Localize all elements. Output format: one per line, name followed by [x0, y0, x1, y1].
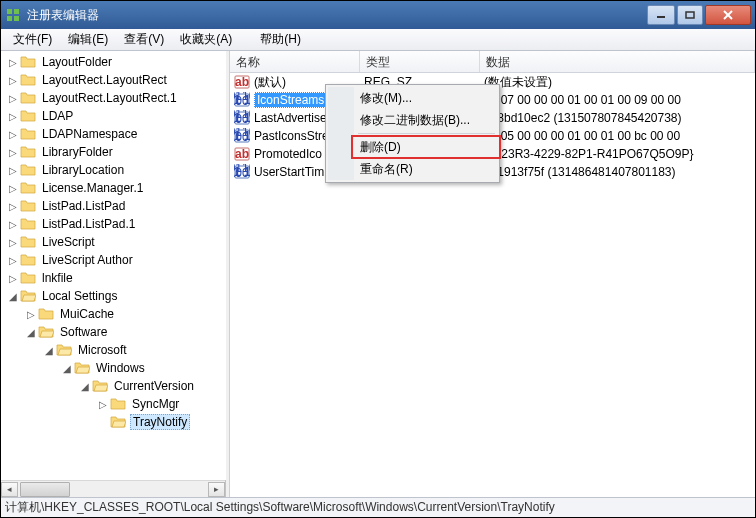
folder-icon: [20, 163, 36, 177]
tree-node[interactable]: ▷ListPad.ListPad.1: [1, 215, 226, 233]
scroll-right-button[interactable]: ▸: [208, 482, 225, 497]
collapse-icon[interactable]: ◢: [41, 343, 56, 358]
svg-text:ab: ab: [235, 75, 249, 89]
context-menu-item[interactable]: 修改二进制数据(B)...: [328, 109, 497, 131]
menu-item[interactable]: 收藏夹(A): [172, 29, 240, 50]
svg-rect-0: [7, 9, 12, 14]
folder-icon: [20, 253, 36, 267]
tree-node[interactable]: ◢Software: [1, 323, 226, 341]
expand-icon[interactable]: ▷: [5, 217, 20, 232]
binary-value-icon: 011 11001101001: [234, 128, 250, 144]
expand-icon[interactable]: ▷: [5, 253, 20, 268]
tree-node[interactable]: ◢CurrentVersion: [1, 377, 226, 395]
tree-pane[interactable]: ▷LayoutFolder▷LayoutRect.LayoutRect▷Layo…: [1, 51, 226, 480]
menu-item[interactable]: 帮助(H): [252, 29, 309, 50]
tree-node[interactable]: ◢Windows: [1, 359, 226, 377]
collapse-icon[interactable]: ◢: [23, 325, 38, 340]
expand-icon[interactable]: ▷: [5, 271, 20, 286]
expand-icon[interactable]: ▷: [95, 397, 110, 412]
tree-node-label: LDAPNamespace: [40, 127, 139, 141]
column-type[interactable]: 类型: [360, 51, 480, 72]
cell-data: 421913f75f (131486481407801183): [480, 165, 755, 179]
menu-item[interactable]: 查看(V): [116, 29, 172, 50]
expand-icon[interactable]: ▷: [5, 199, 20, 214]
expand-icon[interactable]: ▷: [5, 127, 20, 142]
close-button[interactable]: [705, 5, 751, 25]
tree-node[interactable]: ▷LiveScript: [1, 233, 226, 251]
scroll-thumb[interactable]: [20, 482, 70, 497]
collapse-icon[interactable]: ◢: [77, 379, 92, 394]
status-path: 计算机\HKEY_CLASSES_ROOT\Local Settings\Sof…: [5, 499, 555, 516]
tree-node-label: LayoutFolder: [40, 55, 114, 69]
tree-node[interactable]: ▷LiveScript Author: [1, 251, 226, 269]
context-menu-item[interactable]: 删除(D): [328, 136, 497, 158]
expand-icon[interactable]: ▷: [5, 235, 20, 250]
tree-node-label: License.Manager.1: [40, 181, 145, 195]
tree-node[interactable]: ▷MuiCache: [1, 305, 226, 323]
folder-icon: [38, 307, 54, 321]
expand-icon[interactable]: ▷: [5, 163, 20, 178]
folder-icon: [20, 55, 36, 69]
menu-item[interactable]: 编辑(E): [60, 29, 116, 50]
tree-node[interactable]: ▷lnkfile: [1, 269, 226, 287]
tree-node[interactable]: ▷TrayNotify: [1, 413, 226, 431]
tree-node[interactable]: ▷SyncMgr: [1, 395, 226, 413]
tree-node[interactable]: ▷LibraryLocation: [1, 161, 226, 179]
tree-node[interactable]: ▷LayoutRect.LayoutRect.1: [1, 89, 226, 107]
tree-node[interactable]: ◢Microsoft: [1, 341, 226, 359]
folder-icon: [56, 343, 72, 357]
binary-value-icon: 011 11001101001: [234, 164, 250, 180]
expand-icon[interactable]: ▷: [5, 145, 20, 160]
minimize-button[interactable]: [647, 5, 675, 25]
list-pane: 名称 类型 数据 ab(默认)REG_SZ(数值未设置)011 11001101…: [230, 51, 755, 497]
collapse-icon[interactable]: ◢: [5, 289, 20, 304]
folder-icon: [20, 217, 36, 231]
cell-data: a78bd10ec2 (131507807845420738): [480, 111, 755, 125]
folder-icon: [20, 181, 36, 195]
column-name[interactable]: 名称: [230, 51, 360, 72]
tree-node-label: LayoutRect.LayoutRect: [40, 73, 169, 87]
maximize-button[interactable]: [677, 5, 703, 25]
tree-node[interactable]: ▷License.Manager.1: [1, 179, 226, 197]
column-data[interactable]: 数据: [480, 51, 755, 72]
binary-value-icon: 011 11001101001: [234, 110, 250, 126]
tree-node-label: LibraryFolder: [40, 145, 115, 159]
tree-node[interactable]: ▷LDAP: [1, 107, 226, 125]
tree-node[interactable]: ▷LayoutFolder: [1, 53, 226, 71]
context-menu-item[interactable]: 修改(M)...: [328, 87, 497, 109]
tree-node-label: SyncMgr: [130, 397, 181, 411]
expand-icon[interactable]: ▷: [5, 109, 20, 124]
cell-data: (数值未设置): [480, 74, 755, 91]
folder-icon: [20, 145, 36, 159]
tree-node-label: Windows: [94, 361, 147, 375]
tree-node-label: ListPad.ListPad.1: [40, 217, 137, 231]
expand-icon[interactable]: ▷: [5, 181, 20, 196]
expand-icon[interactable]: ▷: [5, 73, 20, 88]
list-header: 名称 类型 数据: [230, 51, 755, 73]
tree-node[interactable]: ▷LibraryFolder: [1, 143, 226, 161]
scroll-left-button[interactable]: ◂: [1, 482, 18, 497]
expand-icon[interactable]: ▷: [23, 307, 38, 322]
value-name: PromotedIco: [254, 147, 322, 161]
tree-node-label: LiveScript: [40, 235, 97, 249]
tree-node[interactable]: ▷ListPad.ListPad: [1, 197, 226, 215]
context-menu-item[interactable]: 重命名(R): [328, 158, 497, 180]
menu-bar: 文件(F)编辑(E)查看(V)收藏夹(A)帮助(H): [1, 29, 755, 51]
folder-icon: [92, 379, 108, 393]
expand-icon[interactable]: ▷: [5, 91, 20, 106]
tree-node-label: TrayNotify: [130, 414, 190, 430]
window-title: 注册表编辑器: [27, 7, 645, 24]
collapse-icon[interactable]: ◢: [59, 361, 74, 376]
folder-icon: [38, 325, 54, 339]
context-menu-separator: [358, 133, 495, 134]
tree-node[interactable]: ▷LayoutRect.LayoutRect: [1, 71, 226, 89]
value-name: IconStreams: [254, 92, 327, 108]
tree-horizontal-scrollbar[interactable]: ◂ ▸: [1, 480, 225, 497]
menu-item[interactable]: 文件(F): [5, 29, 60, 50]
tree-node[interactable]: ▷LDAPNamespace: [1, 125, 226, 143]
cell-data: 00 05 00 00 00 01 00 01 00 bc 00 00: [480, 129, 755, 143]
folder-icon: [20, 289, 36, 303]
tree-node-label: CurrentVersion: [112, 379, 196, 393]
expand-icon[interactable]: ▷: [5, 55, 20, 70]
tree-node[interactable]: ◢Local Settings: [1, 287, 226, 305]
